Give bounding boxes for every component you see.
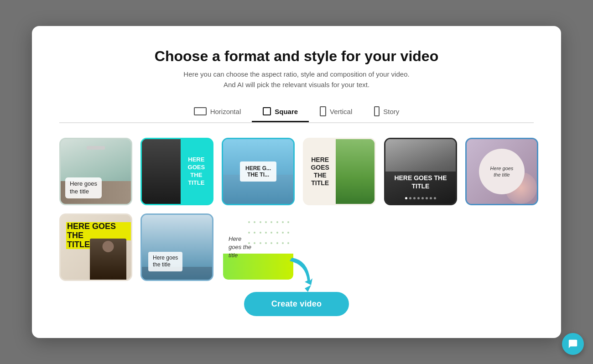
template-card-6[interactable]: Here goesthe title	[465, 138, 538, 205]
arrow-indicator	[283, 255, 319, 298]
card5-dots	[385, 197, 456, 199]
card4-text-area: HEREGOESTHETITLE	[304, 139, 336, 204]
dot-4	[417, 197, 420, 199]
card9-title: Heregoes thetitle	[229, 235, 251, 260]
tab-horizontal-label: Horizontal	[210, 108, 241, 115]
tab-square-label: Square	[275, 108, 298, 115]
dot-2	[409, 197, 411, 199]
subtitle-line1: Here you can choose the aspect ratio, st…	[183, 70, 409, 78]
dot-3	[413, 197, 416, 199]
modal-title: Choose a format and style for your video	[59, 48, 534, 65]
template-row-1: Here goesthe title HEREGOESTHETITLE HERE…	[59, 138, 534, 205]
card2-title: HEREGOESTHETITLE	[188, 156, 205, 187]
horizontal-icon	[194, 107, 207, 115]
tab-story[interactable]: Story	[363, 103, 410, 123]
card3-title: HERE G...THE TI...	[240, 161, 276, 182]
card4-title: HEREGOESTHETITLE	[311, 156, 329, 187]
create-button-wrapper: Create video	[59, 292, 534, 316]
dot-5	[421, 197, 424, 199]
dot-1	[405, 197, 407, 199]
tab-vertical-label: Vertical	[330, 108, 352, 115]
template-card-2[interactable]: HEREGOESTHETITLE	[140, 138, 213, 205]
card7-title-highlight1: HERE GOES THE	[66, 222, 131, 240]
tab-square[interactable]: Square	[252, 104, 309, 122]
format-style-modal: Choose a format and style for your video…	[32, 26, 561, 338]
template-card-8[interactable]: Here goesthe title	[140, 213, 213, 281]
card6-circle: Here goesthe title	[479, 149, 525, 194]
card7-title-highlight2: TITLE	[66, 240, 91, 250]
square-icon	[263, 107, 271, 115]
chat-icon	[568, 339, 578, 349]
tab-vertical[interactable]: Vertical	[309, 103, 363, 123]
template-card-1[interactable]: Here goesthe title	[59, 138, 132, 205]
tab-story-label: Story	[383, 108, 399, 115]
card1-light	[87, 146, 105, 150]
card6-title: Here goesthe title	[490, 165, 514, 178]
format-tabs: Horizontal Square Vertical Story	[59, 103, 534, 123]
dot-6	[426, 197, 428, 199]
card2-photo	[142, 139, 181, 204]
dot-7	[430, 197, 432, 199]
card2-text-area: HEREGOESTHETITLE	[181, 139, 212, 204]
modal-subtitle: Here you can choose the aspect ratio, st…	[59, 69, 534, 90]
chat-support-button[interactable]	[562, 333, 584, 355]
template-card-7[interactable]: HERE GOES THE TITLE	[59, 213, 132, 281]
card5-title: HERE GOES THETITLE	[385, 174, 456, 190]
template-card-4[interactable]: HEREGOESTHETITLE	[303, 138, 376, 205]
card1-title: Here goesthe title	[65, 177, 102, 198]
card4-photo	[336, 139, 375, 204]
dot-8	[434, 197, 436, 199]
modal-header: Choose a format and style for your video…	[59, 48, 534, 90]
svg-marker-0	[305, 285, 311, 292]
tab-horizontal[interactable]: Horizontal	[183, 104, 252, 122]
subtitle-line2: And AI will pick the relevant visuals fo…	[224, 81, 369, 88]
template-card-3[interactable]: HERE G...THE TI...	[222, 138, 295, 205]
story-icon	[374, 106, 380, 116]
vertical-icon	[320, 106, 326, 116]
card5-photo	[385, 139, 456, 204]
card7-person	[90, 239, 126, 280]
card9-dots-pattern	[244, 215, 293, 250]
template-card-5[interactable]: HERE GOES THETITLE	[384, 138, 457, 205]
card8-title: Here goesthe title	[148, 252, 182, 271]
